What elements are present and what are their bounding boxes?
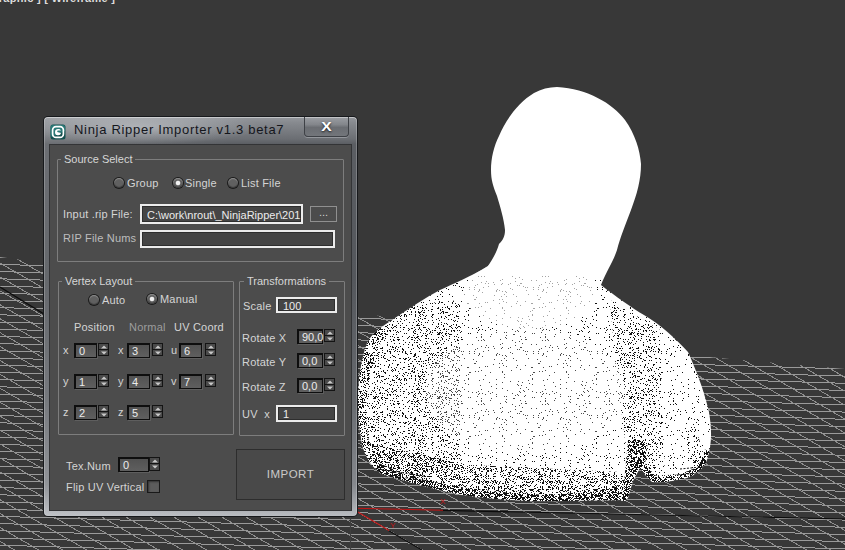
svg-text:X: X (440, 497, 446, 506)
svg-text:Y: Y (390, 521, 396, 530)
